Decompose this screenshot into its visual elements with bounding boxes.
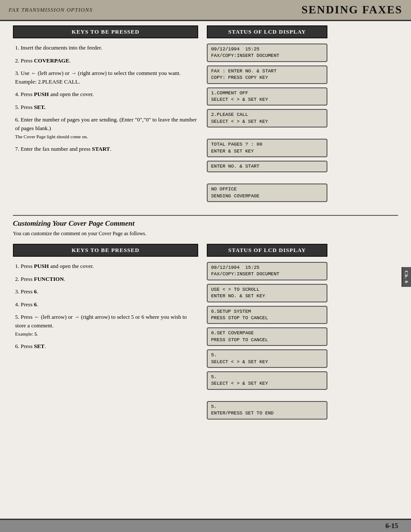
- step-3: 3. Use ← (left arrow) or → (right arrow)…: [13, 69, 198, 86]
- step2-5-note: Example: 5.: [15, 330, 198, 338]
- step-7: 7. Enter the fax number and press START.: [13, 145, 198, 153]
- header-title: SENDING FAXES: [302, 3, 402, 16]
- keys-header-1: KEYS TO BE PRESSED: [13, 25, 198, 38]
- lcd-header-2: STATUS OF LCD DISPLAY: [207, 244, 327, 257]
- lcd-display-6: ENTER NO. & START: [207, 161, 327, 172]
- step-6-note: The Cover Page light should come on.: [15, 133, 198, 140]
- lcd2-display-5: 5. SELECT < > & SET KEY: [207, 349, 327, 368]
- step2-1: 1. Press PUSH and open the cover.: [13, 262, 198, 271]
- lcd-header-1: STATUS OF LCD DISPLAY: [207, 25, 327, 38]
- page-footer: 6-15: [0, 519, 411, 532]
- section2: KEYS TO BE PRESSED 1. Press PUSH and ope…: [0, 241, 411, 425]
- step2-3: 3. Press 6.: [13, 287, 198, 296]
- keys-header-2: KEYS TO BE PRESSED: [13, 244, 198, 257]
- steps-list-1: 1. Insert the documents into the feeder.…: [13, 44, 198, 153]
- step-6: 6. Enter the number of pages you are sen…: [13, 115, 198, 140]
- customizing-subtitle: You can customize the comment on your Co…: [13, 230, 398, 237]
- section1: KEYS TO BE PRESSED 1. Insert the documen…: [0, 21, 411, 210]
- page-number: 6-15: [386, 522, 398, 530]
- section-divider: [13, 215, 398, 216]
- step-5: 5. Press SET.: [13, 103, 198, 112]
- lcd2-display-4: 6.SET COVERPAGE PRESS STOP TO CANCEL: [207, 327, 327, 346]
- step-2: 2. Press COVERPAGE.: [13, 56, 198, 65]
- customizing-title: Customizing Your Cover Page Comment: [13, 219, 398, 228]
- step-1: 1. Insert the documents into the feeder.: [13, 44, 198, 52]
- lcd2-display-1: 09/12/1994 15:25 FAX/COPY:INSERT DOCUMEN…: [207, 262, 327, 280]
- lcd2-display-7: 5. ENTER/PRESS SET TO END: [207, 401, 327, 420]
- lcd-display-3: 1.COMMENT OFF SELECT < > & SET KEY: [207, 87, 327, 106]
- section2-right: STATUS OF LCD DISPLAY 09/12/1994 15:25 F…: [207, 244, 327, 423]
- step2-4: 4. Press 6.: [13, 300, 198, 309]
- section2-left: KEYS TO BE PRESSED 1. Press PUSH and ope…: [13, 244, 198, 423]
- page-header: FAX TRANSMISSION OPTIONS SENDING FAXES: [0, 0, 411, 21]
- step2-6: 6. Press SET.: [13, 342, 198, 351]
- page: FAX TRANSMISSION OPTIONS SENDING FAXES C…: [0, 0, 411, 532]
- lcd-display-2: FAX : ENTER NO. & START COPY: PRESS COPY…: [207, 65, 327, 84]
- lcd2-display-2: USE < > TO SCROLL ENTER NO. & SET KEY: [207, 284, 327, 302]
- step2-2: 2. Press FUNCTION.: [13, 275, 198, 283]
- section1-right: STATUS OF LCD DISPLAY 09/12/1994 15:25 F…: [207, 25, 327, 205]
- lcd-display-5: TOTAL PAGES ? : 00 ENTER & SET KEY: [207, 139, 327, 157]
- lcd2-display-6: 5. SELECT < > & SET KEY: [207, 371, 327, 390]
- lcd-display-7: NO OFFICE SENDING COVERPAGE: [207, 184, 327, 202]
- chapter-tab: Ch. 6: [402, 267, 411, 287]
- lcd-display-1: 09/12/1994 15:25 FAX/COPY:INSERT DOCUMEN…: [207, 44, 327, 62]
- lcd2-display-3: 6.SETUP SYSTEM PRESS STOP TO CANCEL: [207, 306, 327, 324]
- step2-5: 5. Press ← (left arrow) or → (right arro…: [13, 313, 198, 338]
- lcd-display-4: 2.PLEASE CALL SELECT < > & SET KEY: [207, 109, 327, 128]
- section1-left: KEYS TO BE PRESSED 1. Insert the documen…: [13, 25, 198, 205]
- step-4: 4. Press PUSH and open the cover.: [13, 90, 198, 99]
- header-subtitle: FAX TRANSMISSION OPTIONS: [9, 6, 93, 13]
- steps-list-2: 1. Press PUSH and open the cover. 2. Pre…: [13, 262, 198, 350]
